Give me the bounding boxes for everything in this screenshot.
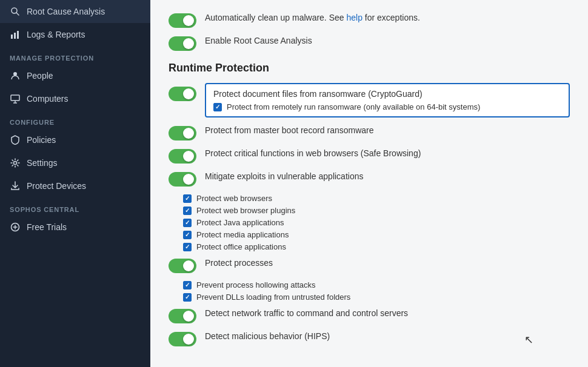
runtime-protection-title: Runtime Protection bbox=[169, 62, 570, 74]
hips-toggle[interactable] bbox=[169, 332, 196, 346]
dlls-untrusted-label: Prevent DLLs loading from untrusted fold… bbox=[196, 293, 350, 302]
search-icon bbox=[10, 6, 21, 17]
cryptoguard-label: Protect document files from ransomware (… bbox=[213, 89, 561, 99]
auto-clean-toggle[interactable] bbox=[169, 13, 196, 28]
chart-icon bbox=[10, 29, 21, 40]
mitigate-exploits-subs: Protect web browsers Protect web browser… bbox=[169, 194, 570, 251]
mitigate-exploits-block: Mitigate exploits in vulnerable applicat… bbox=[169, 171, 570, 251]
remote-ransomware-checkbox[interactable] bbox=[213, 103, 222, 111]
manage-protection-label: MANAGE PROTECTION bbox=[0, 46, 150, 64]
sidebar-item-label: Protect Devices bbox=[27, 181, 86, 191]
process-hollowing-label: Prevent process hollowing attacks bbox=[196, 280, 316, 289]
sidebar-item-label: Computers bbox=[27, 94, 68, 104]
svg-point-5 bbox=[13, 72, 17, 76]
sidebar-item-settings[interactable]: Settings bbox=[0, 151, 150, 174]
office-apps-row: Protect office applications bbox=[183, 242, 570, 251]
mitigate-exploits-toggle[interactable] bbox=[169, 172, 196, 187]
safe-browsing-label: Protect critical functions in web browse… bbox=[205, 148, 421, 160]
sidebar: Root Cause Analysis Logs & Reports MANAG… bbox=[0, 0, 150, 367]
auto-clean-label: Automatically clean up malware. See help… bbox=[205, 12, 420, 24]
cryptoguard-box: Protect document files from ransomware (… bbox=[205, 83, 570, 117]
sidebar-item-people[interactable]: People bbox=[0, 64, 150, 87]
master-boot-row: Protect from master boot record ransomwa… bbox=[169, 125, 570, 141]
mitigate-exploits-row: Mitigate exploits in vulnerable applicat… bbox=[169, 171, 570, 187]
master-boot-label: Protect from master boot record ransomwa… bbox=[205, 125, 374, 137]
process-hollowing-row: Prevent process hollowing attacks bbox=[183, 280, 570, 289]
media-apps-checkbox[interactable] bbox=[183, 231, 192, 239]
svg-line-1 bbox=[16, 13, 19, 15]
sidebar-item-root-cause-analysis[interactable]: Root Cause Analysis bbox=[0, 0, 150, 23]
safe-browsing-row: Protect critical functions in web browse… bbox=[169, 148, 570, 164]
browser-plugins-checkbox[interactable] bbox=[183, 207, 192, 215]
protect-processes-block: Protect processes Prevent process hollow… bbox=[169, 257, 570, 302]
root-cause-label: Enable Root Cause Analysis bbox=[205, 35, 312, 47]
web-browsers-label: Protect web browsers bbox=[196, 194, 272, 203]
cursor-indicator: ↖ bbox=[524, 333, 533, 346]
network-traffic-label: Detect network traffic to command and co… bbox=[205, 308, 408, 320]
safe-browsing-toggle[interactable] bbox=[169, 149, 196, 164]
dlls-untrusted-row: Prevent DLLs loading from untrusted fold… bbox=[183, 293, 570, 302]
cryptoguard-row: Protect document files from ransomware (… bbox=[169, 83, 570, 117]
sidebar-item-free-trials[interactable]: Free Trials bbox=[0, 216, 150, 239]
media-apps-label: Protect media applications bbox=[196, 230, 289, 239]
plus-circle-icon bbox=[10, 222, 21, 233]
sophos-central-label: SOPHOS CENTRAL bbox=[0, 197, 150, 216]
java-apps-checkbox[interactable] bbox=[183, 219, 192, 227]
mitigate-exploits-label: Mitigate exploits in vulnerable applicat… bbox=[205, 171, 363, 183]
svg-rect-3 bbox=[14, 33, 16, 39]
process-hollowing-checkbox[interactable] bbox=[183, 281, 192, 289]
dlls-untrusted-checkbox[interactable] bbox=[183, 293, 192, 302]
person-icon bbox=[10, 70, 21, 81]
svg-point-9 bbox=[14, 162, 17, 165]
hips-label: Detect malicious behavior (HIPS) bbox=[205, 331, 330, 343]
network-traffic-row: Detect network traffic to command and co… bbox=[169, 308, 570, 323]
web-browsers-checkbox[interactable] bbox=[183, 194, 192, 203]
monitor-icon bbox=[10, 93, 21, 104]
cryptoguard-toggle[interactable] bbox=[169, 87, 196, 101]
svg-rect-4 bbox=[17, 31, 19, 39]
media-apps-row: Protect media applications bbox=[183, 230, 570, 239]
browser-plugins-label: Protect web browser plugins bbox=[196, 206, 295, 215]
sidebar-item-label: People bbox=[27, 71, 53, 81]
download-icon bbox=[10, 180, 21, 191]
gear-icon bbox=[10, 157, 21, 168]
protect-processes-row: Protect processes bbox=[169, 257, 570, 273]
configure-label: CONFIGURE bbox=[0, 110, 150, 128]
master-boot-toggle[interactable] bbox=[169, 126, 196, 141]
auto-clean-row: Automatically clean up malware. See help… bbox=[169, 12, 570, 28]
protect-processes-subs: Prevent process hollowing attacks Preven… bbox=[169, 280, 570, 302]
office-apps-checkbox[interactable] bbox=[183, 243, 192, 251]
sidebar-item-computers[interactable]: Computers bbox=[0, 87, 150, 110]
sidebar-item-label: Policies bbox=[27, 135, 56, 145]
protect-processes-toggle[interactable] bbox=[169, 259, 196, 273]
hips-row: Detect malicious behavior (HIPS) ↖ bbox=[169, 331, 570, 346]
remote-ransomware-label: Protect from remotely run ransomware (on… bbox=[227, 102, 480, 111]
web-browsers-row: Protect web browsers bbox=[183, 194, 570, 203]
svg-rect-6 bbox=[11, 95, 19, 101]
help-link[interactable]: help bbox=[346, 13, 362, 22]
sidebar-item-label: Settings bbox=[27, 158, 58, 168]
office-apps-label: Protect office applications bbox=[196, 242, 286, 251]
sidebar-item-label: Root Cause Analysis bbox=[27, 7, 105, 16]
root-cause-row: Enable Root Cause Analysis bbox=[169, 35, 570, 51]
sidebar-item-protect-devices[interactable]: Protect Devices bbox=[0, 174, 150, 197]
shield-icon bbox=[10, 134, 21, 145]
java-apps-label: Protect Java applications bbox=[196, 218, 284, 227]
protect-processes-label: Protect processes bbox=[205, 257, 273, 269]
sidebar-item-label: Free Trials bbox=[27, 222, 67, 232]
sidebar-item-label: Logs & Reports bbox=[27, 30, 85, 39]
svg-rect-2 bbox=[11, 35, 13, 39]
remote-ransomware-row: Protect from remotely run ransomware (on… bbox=[213, 102, 561, 111]
sidebar-item-policies[interactable]: Policies bbox=[0, 128, 150, 151]
sidebar-item-logs-reports[interactable]: Logs & Reports bbox=[0, 23, 150, 46]
main-content: Automatically clean up malware. See help… bbox=[150, 0, 588, 367]
root-cause-toggle[interactable] bbox=[169, 36, 196, 51]
browser-plugins-row: Protect web browser plugins bbox=[183, 206, 570, 215]
java-apps-row: Protect Java applications bbox=[183, 218, 570, 227]
network-traffic-toggle[interactable] bbox=[169, 309, 196, 323]
